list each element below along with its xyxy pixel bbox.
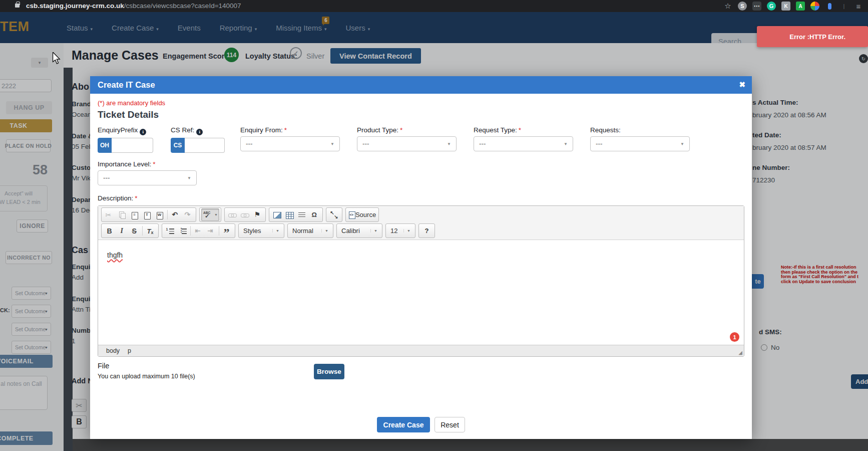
table-button[interactable]	[283, 208, 296, 221]
strikethrough-button[interactable]	[128, 224, 141, 237]
styles-combo[interactable]: Styles ▼	[240, 224, 282, 237]
copy-icon	[118, 211, 126, 219]
bookmark-star-icon[interactable]: ☆	[723, 2, 732, 11]
keeper-icon[interactable]: K	[781, 2, 790, 11]
error-toast[interactable]: Error :HTTP Error.	[757, 26, 868, 47]
toolbar-group: ?	[418, 223, 435, 238]
about-button[interactable]: ?	[420, 224, 433, 237]
path-segment[interactable]: body	[106, 347, 120, 354]
enquiry-prefix-field: EnquiryPrefixi OH	[98, 126, 153, 153]
unlink-button[interactable]	[239, 208, 251, 221]
cs-ref-field: CS Ref:i CS	[171, 126, 225, 153]
toolbar-separator	[142, 226, 143, 236]
remove-format-button[interactable]	[144, 224, 157, 237]
cs-ref-input[interactable]	[185, 138, 225, 153]
create-case-button[interactable]: Create Case	[377, 417, 430, 432]
cut-button[interactable]	[103, 208, 116, 221]
create-it-case-modal: Create IT Case ✖ (*) are mandatory field…	[90, 76, 752, 439]
link-button[interactable]	[226, 208, 239, 221]
paste-word-button[interactable]	[153, 208, 166, 221]
grammarly-icon[interactable]: G	[767, 2, 776, 11]
indent-button[interactable]	[205, 224, 217, 237]
bulleted-list-button[interactable]	[176, 224, 189, 237]
importance-level-select[interactable]: --- ▼	[98, 170, 197, 185]
blockquote-button[interactable]	[221, 224, 233, 237]
editor-element-path: bodyp	[98, 345, 744, 356]
screen: csb.staging.journey-crm.co.uk/csbcase/vi…	[0, 0, 868, 451]
chevron-down-icon: ▼	[321, 229, 328, 233]
toolbar-row-2: Styles ▼ Normal ▼	[101, 223, 741, 238]
more-extensions-icon[interactable]: ⋯	[752, 2, 761, 11]
enquiry-prefix-input[interactable]	[112, 138, 153, 153]
skype-icon[interactable]: S	[738, 2, 747, 11]
toolbar-group: Styles ▼	[238, 223, 284, 238]
italic-button[interactable]	[116, 224, 128, 237]
toolbar-divider[interactable]: |	[839, 2, 848, 11]
file-label: File	[98, 362, 109, 370]
bold-button[interactable]	[103, 224, 116, 237]
select-fields-row: Enquiry From:* --- ▼ Product Type:* --- …	[240, 126, 690, 151]
path-segment[interactable]: p	[128, 347, 131, 354]
link-icon	[228, 211, 236, 219]
toolbar-row-1: ▼	[101, 207, 741, 222]
close-icon[interactable]: ✖	[739, 80, 745, 89]
font-combo[interactable]: Calibri ▼	[338, 224, 380, 237]
chevron-down-icon: ▼	[680, 142, 684, 146]
info-icon[interactable]: i	[140, 129, 146, 135]
resize-handle-icon[interactable]: ◢	[738, 350, 742, 355]
enquiry-from-select[interactable]: --- ▼	[240, 136, 340, 151]
importance-level-field: Importance Level:* --- ▼	[98, 160, 197, 185]
toolbar-group	[162, 223, 235, 238]
editor-toolbar: ▼	[98, 206, 744, 240]
url-host: csb.staging.journey-crm.co.uk	[26, 2, 124, 10]
maximize-icon	[330, 211, 338, 219]
reading-list-icon[interactable]: ≡	[854, 2, 863, 11]
strikethrough-icon	[131, 227, 139, 235]
toolbar-group	[269, 207, 323, 222]
anchor-button[interactable]	[251, 208, 264, 221]
toolbar-group: Source	[345, 207, 379, 222]
error-count-badge: 1	[730, 332, 739, 342]
browse-button[interactable]: Browse	[314, 364, 344, 379]
url-text[interactable]: csb.staging.journey-crm.co.uk/csbcase/vi…	[26, 2, 241, 10]
chevron-down-icon: ▼	[370, 229, 377, 233]
paste-button[interactable]	[128, 208, 141, 221]
toolbar-group: ▼	[199, 207, 221, 222]
editor-content-area[interactable]: thgfh	[98, 240, 744, 344]
undo-button[interactable]	[169, 208, 182, 221]
numbered-list-button[interactable]	[164, 224, 176, 237]
error-toast-message: Error :HTTP Error.	[789, 33, 845, 41]
special-char-button[interactable]	[308, 208, 321, 221]
avg-icon[interactable]: A	[796, 2, 805, 11]
microphone-icon[interactable]	[825, 2, 834, 11]
google-profile-icon[interactable]	[810, 2, 819, 11]
ssl-lock-icon[interactable]	[15, 4, 20, 8]
paste-text-button[interactable]	[141, 208, 153, 221]
outdent-icon	[195, 227, 203, 235]
outdent-button[interactable]	[192, 224, 205, 237]
spellcheck-button[interactable]: ▼	[201, 208, 219, 221]
source-button[interactable]: Source	[347, 208, 377, 221]
modal-title: Create IT Case	[98, 80, 155, 90]
maximize-button[interactable]	[328, 208, 340, 221]
requests-select[interactable]: --- ▼	[590, 136, 690, 151]
reset-button[interactable]: Reset	[435, 417, 465, 432]
mandatory-fields-note: (*) are mandatory fields	[98, 99, 165, 107]
product-type-select[interactable]: --- ▼	[357, 136, 457, 151]
font-size-combo[interactable]: 12 ▼	[387, 224, 413, 237]
request-type-select[interactable]: --- ▼	[474, 136, 573, 151]
toolbar-group	[326, 207, 342, 222]
image-button[interactable]	[271, 208, 283, 221]
hline-button[interactable]	[296, 208, 308, 221]
copy-button[interactable]	[116, 208, 128, 221]
select-field: Enquiry From:* --- ▼	[240, 126, 340, 151]
remove-format-icon	[147, 227, 155, 235]
description-editor: ▼	[98, 205, 744, 357]
paragraph-format-combo[interactable]: Normal ▼	[289, 224, 331, 237]
info-icon[interactable]: i	[196, 129, 203, 135]
bulleted-list-icon	[179, 227, 187, 235]
numbered-list-icon	[166, 227, 174, 235]
chevron-down-icon: ▼	[447, 142, 451, 146]
omega-icon	[310, 211, 318, 219]
redo-button[interactable]	[182, 208, 194, 221]
